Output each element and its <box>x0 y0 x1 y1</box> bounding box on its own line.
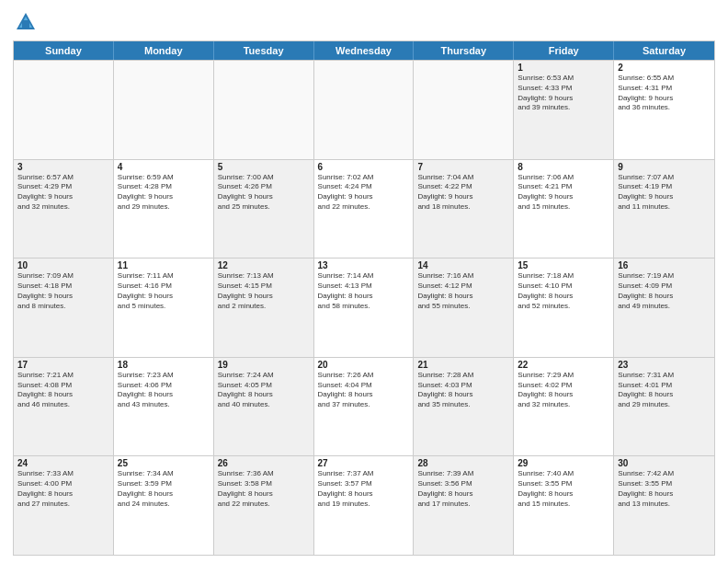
calendar-cell-day-24: 24Sunrise: 7:33 AM Sunset: 4:00 PM Dayli… <box>14 456 114 555</box>
day-info: Sunrise: 7:02 AM Sunset: 4:24 PM Dayligh… <box>318 173 410 213</box>
day-info: Sunrise: 7:36 AM Sunset: 3:58 PM Dayligh… <box>218 469 310 509</box>
calendar-header: SundayMondayTuesdayWednesdayThursdayFrid… <box>14 41 714 60</box>
calendar-cell-day-3: 3Sunrise: 6:57 AM Sunset: 4:29 PM Daylig… <box>14 160 114 259</box>
day-number: 29 <box>518 458 609 468</box>
day-number: 9 <box>618 162 711 172</box>
day-info: Sunrise: 7:34 AM Sunset: 3:59 PM Dayligh… <box>118 469 210 509</box>
day-info: Sunrise: 7:26 AM Sunset: 4:04 PM Dayligh… <box>318 371 410 410</box>
day-number: 21 <box>417 360 509 370</box>
day-number: 11 <box>118 260 210 270</box>
calendar-cell-day-28: 28Sunrise: 7:39 AM Sunset: 3:56 PM Dayli… <box>414 456 514 555</box>
day-number: 1 <box>518 63 609 73</box>
calendar-cell-day-8: 8Sunrise: 7:06 AM Sunset: 4:21 PM Daylig… <box>514 160 614 259</box>
day-number: 20 <box>318 360 410 370</box>
day-number: 16 <box>618 260 711 270</box>
calendar-row-1: 3Sunrise: 6:57 AM Sunset: 4:29 PM Daylig… <box>14 159 714 259</box>
calendar-cell-day-22: 22Sunrise: 7:29 AM Sunset: 4:02 PM Dayli… <box>514 358 614 456</box>
day-number: 4 <box>118 162 210 172</box>
day-number: 13 <box>318 260 410 270</box>
calendar-cell-day-6: 6Sunrise: 7:02 AM Sunset: 4:24 PM Daylig… <box>314 160 415 259</box>
day-number: 3 <box>17 162 109 172</box>
calendar-cell-day-23: 23Sunrise: 7:31 AM Sunset: 4:01 PM Dayli… <box>614 358 714 456</box>
day-number: 6 <box>318 162 410 172</box>
day-number: 25 <box>118 458 210 468</box>
day-info: Sunrise: 7:16 AM Sunset: 4:12 PM Dayligh… <box>417 271 509 311</box>
calendar-cell-day-16: 16Sunrise: 7:19 AM Sunset: 4:09 PM Dayli… <box>614 259 714 357</box>
day-number: 18 <box>118 360 210 370</box>
day-info: Sunrise: 7:31 AM Sunset: 4:01 PM Dayligh… <box>618 371 711 410</box>
day-info: Sunrise: 7:04 AM Sunset: 4:22 PM Dayligh… <box>417 173 509 213</box>
calendar-cell-day-4: 4Sunrise: 6:59 AM Sunset: 4:28 PM Daylig… <box>114 160 214 259</box>
day-number: 10 <box>17 260 109 270</box>
day-info: Sunrise: 7:06 AM Sunset: 4:21 PM Dayligh… <box>518 173 609 213</box>
page: SundayMondayTuesdayWednesdayThursdayFrid… <box>0 0 728 563</box>
day-number: 8 <box>518 162 609 172</box>
day-number: 7 <box>417 162 509 172</box>
day-number: 5 <box>218 162 310 172</box>
calendar-row-3: 17Sunrise: 7:21 AM Sunset: 4:08 PM Dayli… <box>14 357 714 456</box>
day-info: Sunrise: 7:13 AM Sunset: 4:15 PM Dayligh… <box>218 271 310 311</box>
calendar-cell-day-11: 11Sunrise: 7:11 AM Sunset: 4:16 PM Dayli… <box>114 259 214 357</box>
weekday-header-friday: Friday <box>514 41 614 60</box>
day-info: Sunrise: 7:00 AM Sunset: 4:26 PM Dayligh… <box>218 173 310 213</box>
day-info: Sunrise: 7:29 AM Sunset: 4:02 PM Dayligh… <box>518 371 609 410</box>
calendar-cell-day-14: 14Sunrise: 7:16 AM Sunset: 4:12 PM Dayli… <box>414 259 514 357</box>
weekday-header-tuesday: Tuesday <box>214 41 314 60</box>
weekday-header-monday: Monday <box>114 41 214 60</box>
calendar-cell-day-29: 29Sunrise: 7:40 AM Sunset: 3:55 PM Dayli… <box>514 456 614 555</box>
calendar-cell-day-10: 10Sunrise: 7:09 AM Sunset: 4:18 PM Dayli… <box>14 259 114 357</box>
calendar-cell-day-27: 27Sunrise: 7:37 AM Sunset: 3:57 PM Dayli… <box>314 456 415 555</box>
calendar-row-0: 1Sunrise: 6:53 AM Sunset: 4:33 PM Daylig… <box>14 60 714 159</box>
calendar-cell-day-9: 9Sunrise: 7:07 AM Sunset: 4:19 PM Daylig… <box>614 160 714 259</box>
calendar-cell-day-7: 7Sunrise: 7:04 AM Sunset: 4:22 PM Daylig… <box>414 160 514 259</box>
calendar-cell-day-25: 25Sunrise: 7:34 AM Sunset: 3:59 PM Dayli… <box>114 456 214 555</box>
calendar-cell-empty-0-3 <box>314 61 415 159</box>
day-info: Sunrise: 7:23 AM Sunset: 4:06 PM Dayligh… <box>118 371 210 410</box>
weekday-header-thursday: Thursday <box>414 41 514 60</box>
calendar-body: 1Sunrise: 6:53 AM Sunset: 4:33 PM Daylig… <box>14 60 714 555</box>
day-info: Sunrise: 7:28 AM Sunset: 4:03 PM Dayligh… <box>417 371 509 410</box>
day-number: 2 <box>618 63 711 73</box>
day-number: 17 <box>17 360 109 370</box>
calendar-cell-day-21: 21Sunrise: 7:28 AM Sunset: 4:03 PM Dayli… <box>414 358 514 456</box>
day-number: 28 <box>417 458 509 468</box>
day-number: 12 <box>218 260 310 270</box>
weekday-header-sunday: Sunday <box>14 41 114 60</box>
day-number: 22 <box>518 360 609 370</box>
logo <box>13 9 42 35</box>
day-info: Sunrise: 7:19 AM Sunset: 4:09 PM Dayligh… <box>618 271 711 311</box>
calendar-cell-day-1: 1Sunrise: 6:53 AM Sunset: 4:33 PM Daylig… <box>514 61 614 159</box>
calendar-cell-empty-0-2 <box>214 61 314 159</box>
header <box>13 9 715 35</box>
calendar-cell-day-26: 26Sunrise: 7:36 AM Sunset: 3:58 PM Dayli… <box>214 456 314 555</box>
day-info: Sunrise: 7:42 AM Sunset: 3:55 PM Dayligh… <box>618 469 711 509</box>
weekday-header-wednesday: Wednesday <box>314 41 415 60</box>
day-info: Sunrise: 7:07 AM Sunset: 4:19 PM Dayligh… <box>618 173 711 213</box>
calendar-row-2: 10Sunrise: 7:09 AM Sunset: 4:18 PM Dayli… <box>14 258 714 357</box>
calendar-cell-day-17: 17Sunrise: 7:21 AM Sunset: 4:08 PM Dayli… <box>14 358 114 456</box>
day-number: 15 <box>518 260 609 270</box>
calendar-cell-day-20: 20Sunrise: 7:26 AM Sunset: 4:04 PM Dayli… <box>314 358 415 456</box>
calendar-cell-day-15: 15Sunrise: 7:18 AM Sunset: 4:10 PM Dayli… <box>514 259 614 357</box>
calendar-cell-day-13: 13Sunrise: 7:14 AM Sunset: 4:13 PM Dayli… <box>314 259 415 357</box>
day-info: Sunrise: 6:59 AM Sunset: 4:28 PM Dayligh… <box>118 173 210 213</box>
day-info: Sunrise: 7:21 AM Sunset: 4:08 PM Dayligh… <box>17 371 109 410</box>
weekday-header-saturday: Saturday <box>614 41 714 60</box>
calendar-cell-day-19: 19Sunrise: 7:24 AM Sunset: 4:05 PM Dayli… <box>214 358 314 456</box>
calendar-cell-day-5: 5Sunrise: 7:00 AM Sunset: 4:26 PM Daylig… <box>214 160 314 259</box>
day-number: 27 <box>318 458 410 468</box>
day-number: 26 <box>218 458 310 468</box>
day-info: Sunrise: 7:39 AM Sunset: 3:56 PM Dayligh… <box>417 469 509 509</box>
day-info: Sunrise: 7:09 AM Sunset: 4:18 PM Dayligh… <box>17 271 109 311</box>
day-info: Sunrise: 7:33 AM Sunset: 4:00 PM Dayligh… <box>17 469 109 509</box>
day-info: Sunrise: 7:24 AM Sunset: 4:05 PM Dayligh… <box>218 371 310 410</box>
logo-icon <box>13 9 39 35</box>
calendar-row-4: 24Sunrise: 7:33 AM Sunset: 4:00 PM Dayli… <box>14 455 714 555</box>
day-info: Sunrise: 7:14 AM Sunset: 4:13 PM Dayligh… <box>318 271 410 311</box>
day-number: 19 <box>218 360 310 370</box>
day-info: Sunrise: 6:57 AM Sunset: 4:29 PM Dayligh… <box>17 173 109 213</box>
day-number: 30 <box>618 458 711 468</box>
day-info: Sunrise: 7:37 AM Sunset: 3:57 PM Dayligh… <box>318 469 410 509</box>
day-info: Sunrise: 6:55 AM Sunset: 4:31 PM Dayligh… <box>618 74 711 113</box>
day-info: Sunrise: 7:18 AM Sunset: 4:10 PM Dayligh… <box>518 271 609 311</box>
